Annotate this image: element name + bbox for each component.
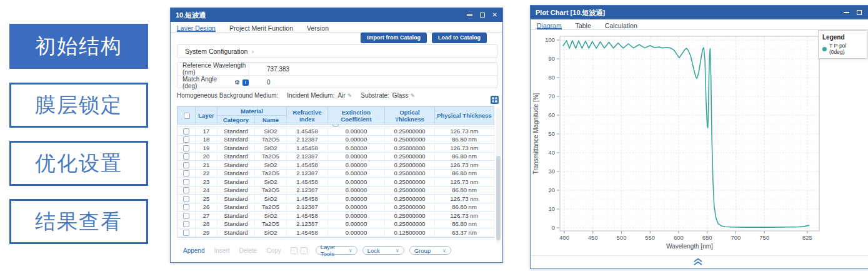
cell-extinction-coefficient: 0.00000 bbox=[328, 161, 385, 170]
table-scrollbar[interactable] bbox=[496, 107, 501, 243]
row-checkbox[interactable] bbox=[183, 230, 189, 236]
append-button[interactable]: Append bbox=[183, 247, 204, 254]
row-checkbox[interactable] bbox=[183, 187, 189, 193]
cell-extinction-coefficient: 0.00000 bbox=[328, 212, 385, 220]
tab-layer-design[interactable]: Layer Design bbox=[177, 24, 216, 32]
y-tick-label: 60 bbox=[548, 111, 555, 118]
series-label: T P-pol (0deg) bbox=[829, 43, 863, 55]
col-header-category[interactable]: Category bbox=[217, 116, 255, 125]
cell-extinction-coefficient: 0.00000 bbox=[328, 228, 385, 237]
col-header-physical-thickness[interactable]: Physical Thickness bbox=[435, 107, 494, 125]
table-row[interactable]: 25StandardSiO21.454580.000000.2500000012… bbox=[178, 195, 494, 203]
plot-window-titlebar[interactable]: Plot Chart [10.短波通] ✕ bbox=[531, 6, 868, 19]
col-header-optical-thickness[interactable]: Optical Thickness bbox=[385, 107, 435, 125]
reference-wavelength-value[interactable]: 737.383 bbox=[249, 66, 289, 73]
row-checkbox[interactable] bbox=[183, 128, 189, 135]
move-up-button[interactable]: ↑ bbox=[291, 247, 297, 254]
table-row[interactable]: 23StandardSiO21.454580.000000.2500000012… bbox=[178, 178, 494, 187]
table-row[interactable]: 19StandardSiO21.454580.000000.2500000012… bbox=[178, 144, 494, 153]
table-scrollbar-thumb[interactable] bbox=[496, 156, 501, 240]
copy-button[interactable]: Copy bbox=[266, 247, 281, 254]
table-row[interactable]: 28StandardTa2O52.123870.000000.250000008… bbox=[178, 220, 494, 228]
row-checkbox[interactable] bbox=[183, 170, 189, 176]
table-row[interactable]: 17StandardSiO21.454580.000000.2500000012… bbox=[178, 127, 494, 136]
tab-version[interactable]: Version bbox=[307, 24, 329, 32]
nav-step-initial-structure[interactable]: 初始结构 bbox=[9, 24, 148, 69]
table-row[interactable]: 20StandardTa2O52.123870.000000.250000008… bbox=[178, 152, 494, 161]
load-to-catalog-button[interactable]: Load to Catalog bbox=[432, 33, 487, 43]
row-checkbox[interactable] bbox=[183, 213, 189, 219]
row-checkbox[interactable] bbox=[332, 125, 339, 127]
row-checkbox[interactable] bbox=[183, 204, 189, 210]
cell-name: Ta2O5 bbox=[255, 135, 287, 144]
row-checkbox[interactable] bbox=[183, 145, 189, 151]
table-row[interactable]: 27StandardSiO21.454580.000000.2500000012… bbox=[178, 212, 494, 220]
nav-step-results[interactable]: 结果查看 bbox=[9, 199, 148, 244]
nav-step-optimization[interactable]: 优化设置 bbox=[9, 141, 148, 186]
plot-window-title: Plot Chart [10.短波通] bbox=[536, 8, 844, 18]
group-dropdown-label: Group bbox=[414, 247, 431, 254]
tab-calculation[interactable]: Calculation bbox=[605, 22, 637, 29]
layer-toolbar: Append Insert Delete Copy ↑ ↓ Layer Tool… bbox=[183, 246, 451, 255]
row-checkbox[interactable] bbox=[183, 136, 189, 143]
move-down-button[interactable]: ↓ bbox=[301, 247, 307, 254]
substrate-value[interactable]: Glass bbox=[392, 92, 409, 99]
edit-icon[interactable]: ✎ bbox=[410, 93, 415, 99]
table-row[interactable]: 29StandardSiO21.454580.000000.1250000063… bbox=[178, 228, 494, 237]
incident-medium-value[interactable]: Air bbox=[337, 92, 345, 99]
row-checkbox[interactable] bbox=[183, 221, 189, 227]
nav-step-layer-lock[interactable]: 膜层锁定 bbox=[9, 83, 148, 128]
row-checkbox[interactable] bbox=[183, 179, 189, 185]
table-row[interactable]: 21StandardSiO21.454580.000000.2500000012… bbox=[178, 161, 494, 170]
table-row-partial[interactable] bbox=[178, 125, 494, 127]
table-row[interactable]: 24StandardTa2O52.123870.000000.250000008… bbox=[178, 186, 494, 195]
layer-tools-dropdown[interactable]: Layer Tools ∨ bbox=[316, 246, 357, 255]
match-angle-value[interactable]: 0 bbox=[249, 79, 271, 86]
maximize-icon[interactable] bbox=[857, 10, 862, 15]
select-all-checkbox[interactable] bbox=[184, 113, 190, 119]
row-checkbox[interactable] bbox=[183, 162, 189, 168]
system-configuration-header[interactable]: System Configuration › bbox=[177, 44, 497, 58]
import-from-catalog-button[interactable]: Import from Catalog bbox=[361, 33, 427, 43]
legend-item[interactable]: T P-pol (0deg) bbox=[822, 43, 863, 55]
minimize-icon[interactable] bbox=[467, 14, 472, 16]
cell-extinction-coefficient: 0.00000 bbox=[328, 169, 385, 178]
row-checkbox[interactable] bbox=[183, 153, 189, 160]
col-header-material[interactable]: Material bbox=[217, 107, 287, 116]
cell-category: Standard bbox=[217, 144, 255, 153]
nav-step-label: 膜层锁定 bbox=[35, 91, 122, 120]
info-icon[interactable]: i bbox=[242, 79, 249, 86]
maximize-icon[interactable] bbox=[480, 13, 485, 18]
delete-button[interactable]: Delete bbox=[239, 247, 257, 254]
tab-table[interactable]: Table bbox=[576, 22, 591, 29]
cell-extinction-coefficient: 0.00000 bbox=[328, 152, 385, 161]
collapse-panel-chevron-icon[interactable] bbox=[693, 258, 703, 266]
table-row[interactable]: 26StandardTa2O52.123870.000000.250000008… bbox=[178, 203, 494, 212]
close-icon[interactable]: ✕ bbox=[492, 12, 497, 18]
match-angle-row: Match Angle (deg) ⚙ i 0 bbox=[177, 76, 497, 89]
table-row[interactable]: 18StandardTa2O52.123870.000000.250000008… bbox=[178, 135, 494, 144]
gear-icon[interactable]: ⚙ bbox=[234, 79, 240, 86]
group-dropdown[interactable]: Group ∨ bbox=[409, 246, 451, 255]
minimize-icon[interactable] bbox=[844, 12, 849, 13]
col-header-extinction-coefficient[interactable]: Extinction Coefficient bbox=[328, 107, 385, 125]
cell-physical-thickness: 126.73 nm bbox=[435, 195, 494, 203]
cell-category: Standard bbox=[217, 203, 255, 212]
system-configuration-label: System Configuration bbox=[185, 48, 247, 55]
edit-icon[interactable]: ✎ bbox=[347, 93, 352, 99]
insert-button[interactable]: Insert bbox=[214, 247, 229, 254]
col-header-layer[interactable]: Layer bbox=[196, 107, 217, 125]
tab-project-merit-function[interactable]: Project Merit Function bbox=[229, 24, 293, 32]
row-checkbox[interactable] bbox=[183, 196, 189, 202]
col-header-name[interactable]: Name bbox=[255, 116, 287, 125]
col-header-refractive-index[interactable]: Refractive Index bbox=[287, 107, 328, 125]
cell-refractive-index: 1.45458 bbox=[287, 127, 328, 136]
design-window-titlebar[interactable]: 10.短波通 ✕ bbox=[171, 8, 502, 22]
chevron-down-icon: ∨ bbox=[442, 248, 446, 253]
lock-dropdown[interactable]: Lock ∨ bbox=[362, 246, 404, 255]
tab-diagram[interactable]: Diagram bbox=[537, 22, 562, 29]
cell-extinction-coefficient: 0.00000 bbox=[328, 203, 385, 212]
y-tick-label: 30 bbox=[548, 168, 555, 175]
table-row[interactable]: 22StandardTa2O52.123870.000000.250000008… bbox=[178, 169, 494, 178]
table-layout-icon[interactable] bbox=[491, 96, 499, 104]
